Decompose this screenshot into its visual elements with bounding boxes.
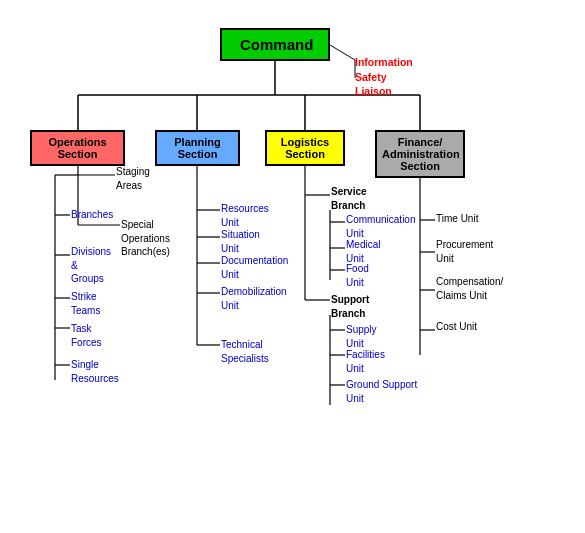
communication-unit: CommunicationUnit bbox=[346, 213, 415, 240]
chart-container: Command Information Safety Liaison Opera… bbox=[0, 0, 585, 533]
demobilization-unit: DemobilizationUnit bbox=[221, 285, 287, 312]
info-line: Information bbox=[355, 55, 413, 70]
facilities-unit: FacilitiesUnit bbox=[346, 348, 385, 375]
fin-section: Finance/AdministrationSection bbox=[375, 130, 465, 178]
log-label: LogisticsSection bbox=[281, 136, 329, 160]
ground-support-unit: Ground SupportUnit bbox=[346, 378, 417, 405]
strike-teams: StrikeTeams bbox=[71, 290, 100, 317]
svg-line-6 bbox=[330, 45, 355, 60]
support-branch: SupportBranch bbox=[331, 293, 369, 320]
resources-unit: ResourcesUnit bbox=[221, 202, 269, 229]
command-label: Command bbox=[240, 36, 313, 53]
ops-label: OperationsSection bbox=[48, 136, 106, 160]
safety-line: Safety bbox=[355, 70, 413, 85]
fin-label: Finance/AdministrationSection bbox=[382, 136, 460, 172]
special-ops-branch: SpecialOperationsBranch(es) bbox=[121, 218, 170, 259]
command-box: Command bbox=[220, 28, 330, 61]
compensation-claims-unit: Compensation/Claims Unit bbox=[436, 275, 503, 302]
cost-unit: Cost Unit bbox=[436, 320, 477, 334]
service-branch: ServiceBranch bbox=[331, 185, 367, 212]
log-section: LogisticsSection bbox=[265, 130, 345, 166]
time-unit: Time Unit bbox=[436, 212, 478, 226]
situation-unit: SituationUnit bbox=[221, 228, 260, 255]
divisions-groups: Divisions&Groups bbox=[71, 245, 111, 286]
info-box: Information Safety Liaison bbox=[355, 55, 413, 99]
supply-unit: SupplyUnit bbox=[346, 323, 377, 350]
procurement-unit: ProcurementUnit bbox=[436, 238, 493, 265]
documentation-unit: DocumentationUnit bbox=[221, 254, 288, 281]
liaison-line: Liaison bbox=[355, 84, 413, 99]
staging-areas: StagingAreas bbox=[116, 165, 150, 192]
medical-unit: MedicalUnit bbox=[346, 238, 380, 265]
branches: Branches bbox=[71, 208, 113, 222]
ops-section: OperationsSection bbox=[30, 130, 125, 166]
food-unit: FoodUnit bbox=[346, 262, 369, 289]
task-forces: TaskForces bbox=[71, 322, 102, 349]
plan-label: PlanningSection bbox=[174, 136, 220, 160]
single-resources: SingleResources bbox=[71, 358, 119, 385]
technical-specialists: TechnicalSpecialists bbox=[221, 338, 269, 365]
plan-section: PlanningSection bbox=[155, 130, 240, 166]
